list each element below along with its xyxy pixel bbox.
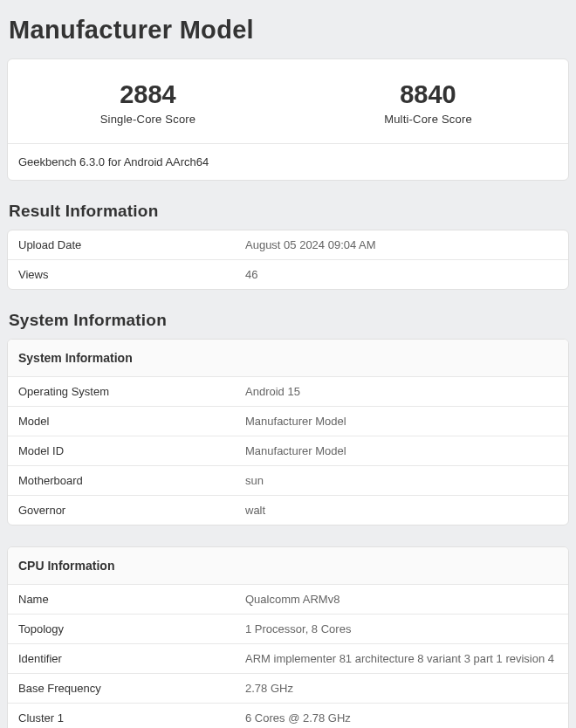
- scores-card: 2884 Single-Core Score 8840 Multi-Core S…: [7, 58, 569, 181]
- table-row: Topology 1 Processor, 8 Cores: [8, 615, 568, 644]
- multi-core-value: 8840: [288, 80, 568, 109]
- row-val: sun: [245, 474, 558, 487]
- row-val: August 05 2024 09:04 AM: [245, 238, 558, 251]
- table-row: Base Frequency 2.78 GHz: [8, 674, 568, 704]
- row-key: Governor: [18, 504, 245, 517]
- table-row: Upload Date August 05 2024 09:04 AM: [8, 230, 568, 260]
- system-info-heading: System Information: [0, 311, 576, 339]
- row-key: Operating System: [18, 385, 245, 398]
- table-row: Operating System Android 15: [8, 377, 568, 407]
- row-val: Manufacturer Model: [245, 444, 558, 457]
- row-key: Cluster 1: [18, 711, 245, 725]
- multi-core-label: Multi-Core Score: [288, 113, 568, 126]
- table-row: Cluster 1 6 Cores @ 2.78 GHz: [8, 704, 568, 728]
- row-val: Qualcomm ARMv8: [245, 593, 558, 606]
- multi-core-cell: 8840 Multi-Core Score: [288, 59, 568, 143]
- row-val: 6 Cores @ 2.78 GHz: [245, 711, 558, 725]
- version-text: Geekbench 6.3.0 for Android AArch64: [8, 143, 568, 180]
- row-key: Views: [18, 268, 245, 281]
- table-row: Model Manufacturer Model: [8, 407, 568, 436]
- table-row: Identifier ARM implementer 81 architectu…: [8, 644, 568, 674]
- row-key: Topology: [18, 622, 245, 635]
- table-row: Governor walt: [8, 496, 568, 525]
- row-key: Name: [18, 593, 245, 606]
- row-val: walt: [245, 504, 558, 517]
- result-info-heading: Result Information: [0, 202, 576, 230]
- scores-row: 2884 Single-Core Score 8840 Multi-Core S…: [8, 59, 568, 143]
- page-title: Manufacturer Model: [0, 0, 576, 58]
- single-core-value: 2884: [8, 80, 288, 109]
- table-row: Motherboard sun: [8, 466, 568, 496]
- row-val: 1 Processor, 8 Cores: [245, 622, 558, 635]
- row-key: Upload Date: [18, 238, 245, 251]
- row-key: Model ID: [18, 444, 245, 457]
- single-core-label: Single-Core Score: [8, 113, 288, 126]
- row-val: Android 15: [245, 385, 558, 398]
- row-val: Manufacturer Model: [245, 415, 558, 428]
- table-header: CPU Information: [8, 547, 568, 585]
- single-core-cell: 2884 Single-Core Score: [8, 59, 288, 143]
- table-row: Model ID Manufacturer Model: [8, 436, 568, 466]
- row-val: 2.78 GHz: [245, 682, 558, 695]
- system-info-table: System Information Operating System Andr…: [7, 339, 569, 525]
- table-row: Views 46: [8, 260, 568, 289]
- row-key: Motherboard: [18, 474, 245, 487]
- row-val: 46: [245, 268, 558, 281]
- cpu-info-table: CPU Information Name Qualcomm ARMv8 Topo…: [7, 546, 569, 728]
- row-key: Model: [18, 415, 245, 428]
- table-header: System Information: [8, 340, 568, 377]
- table-row: Name Qualcomm ARMv8: [8, 585, 568, 615]
- row-val: ARM implementer 81 architecture 8 varian…: [245, 652, 558, 665]
- row-key: Identifier: [18, 652, 245, 665]
- row-key: Base Frequency: [18, 682, 245, 695]
- result-info-table: Upload Date August 05 2024 09:04 AM View…: [7, 230, 569, 290]
